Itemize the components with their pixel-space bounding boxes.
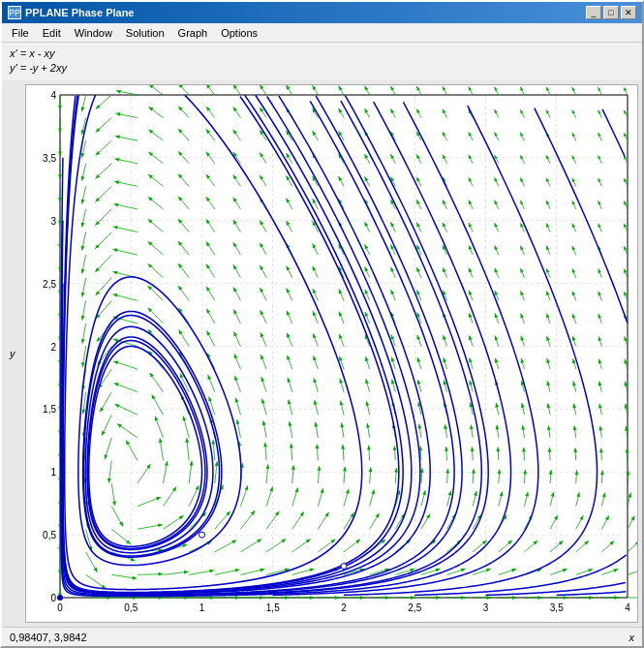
phase-plane-canvas[interactable] bbox=[26, 85, 637, 622]
equation-y: y' = -y + 2xy bbox=[10, 61, 634, 76]
menu-options[interactable]: Options bbox=[215, 25, 263, 41]
menu-solution[interactable]: Solution bbox=[120, 25, 170, 41]
x-axis-label: x bbox=[629, 632, 635, 643]
menu-bar: File Edit Window Solution Graph Options bbox=[2, 23, 642, 43]
y-axis-label: y bbox=[10, 348, 15, 359]
close-button[interactable]: ✕ bbox=[621, 6, 636, 19]
window-title: PPLANE Phase Plane bbox=[25, 7, 135, 18]
minimize-button[interactable]: _ bbox=[586, 6, 601, 19]
equation-x: x' = x - xy bbox=[10, 46, 634, 61]
plot-container[interactable] bbox=[25, 84, 638, 623]
menu-graph[interactable]: Graph bbox=[172, 25, 214, 41]
menu-window[interactable]: Window bbox=[69, 25, 118, 41]
title-bar: PP PPLANE Phase Plane _ □ ✕ bbox=[2, 2, 642, 23]
main-window: PP PPLANE Phase Plane _ □ ✕ File Edit Wi… bbox=[0, 0, 644, 648]
equations-display: x' = x - xy y' = -y + 2xy bbox=[2, 43, 642, 80]
coordinates-display: 0,98407, 3,9842 bbox=[10, 632, 87, 643]
window-icon: PP bbox=[8, 6, 21, 19]
menu-edit[interactable]: Edit bbox=[37, 25, 67, 41]
status-bar: 0,98407, 3,9842 x bbox=[2, 627, 642, 646]
graph-area: y bbox=[2, 80, 642, 627]
maximize-button[interactable]: □ bbox=[603, 6, 619, 19]
menu-file[interactable]: File bbox=[6, 25, 35, 41]
